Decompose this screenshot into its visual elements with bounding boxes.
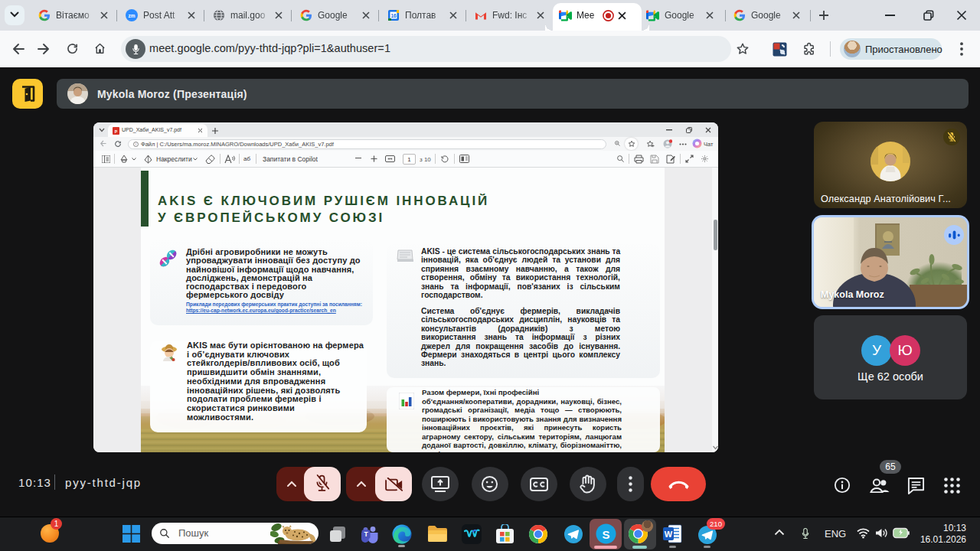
- svg-text:S: S: [602, 528, 609, 541]
- svg-text:T: T: [364, 530, 368, 538]
- svg-text:zm: zm: [128, 13, 135, 18]
- svg-text:W: W: [665, 530, 673, 539]
- svg-text:i: i: [136, 142, 136, 146]
- svg-text:16: 16: [390, 13, 397, 18]
